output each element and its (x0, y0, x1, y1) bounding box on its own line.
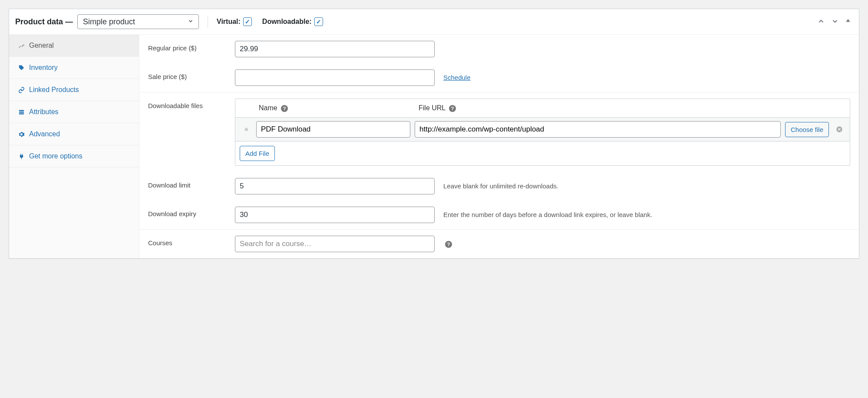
row-courses: Courses ? (139, 229, 859, 258)
sale-price-input[interactable] (235, 69, 435, 86)
courses-label: Courses (148, 236, 226, 247)
sidebar-item-linked-products[interactable]: Linked Products (9, 79, 139, 101)
wrench-icon (18, 42, 25, 49)
divider (208, 16, 208, 28)
plug-icon (18, 153, 25, 160)
row-download-expiry: Download expiry Enter the number of days… (139, 201, 859, 229)
delete-file-icon[interactable] (833, 126, 845, 133)
gear-icon (18, 131, 25, 138)
downloadable-files-label: Downloadable files (148, 99, 226, 109)
files-footer: Add File (235, 141, 850, 165)
sale-price-label: Sale price ($) (148, 69, 226, 80)
svg-rect-1 (19, 110, 23, 111)
row-sale-price: Sale price ($) Schedule (139, 63, 859, 92)
choose-file-button[interactable]: Choose file (785, 122, 829, 137)
sidebar-item-label: Linked Products (29, 86, 79, 94)
regular-price-label: Regular price ($) (148, 41, 226, 52)
svg-rect-3 (19, 113, 23, 115)
regular-price-input[interactable] (235, 41, 435, 57)
download-expiry-input[interactable] (235, 207, 435, 223)
downloadable-checkbox[interactable] (314, 17, 323, 26)
product-data-panel: Product data — Simple product Virtual: D… (9, 9, 859, 259)
virtual-option[interactable]: Virtual: (217, 17, 252, 26)
row-downloadable-files: Downloadable files Name ? File URL ? ≡ (139, 92, 859, 172)
download-expiry-help: Enter the number of days before a downlo… (443, 207, 850, 220)
virtual-label: Virtual: (217, 18, 241, 26)
sidebar-item-label: Get more options (29, 152, 83, 160)
sidebar-item-advanced[interactable]: Advanced (9, 123, 139, 145)
schedule-link[interactable]: Schedule (443, 74, 471, 81)
sidebar-item-attributes[interactable]: Attributes (9, 101, 139, 123)
download-limit-input[interactable] (235, 178, 435, 194)
download-limit-help: Leave blank for unlimited re-downloads. (443, 178, 850, 191)
link-icon (18, 86, 25, 93)
sidebar-item-label: Inventory (29, 64, 58, 72)
panel-controls (815, 16, 853, 28)
svg-marker-0 (846, 19, 850, 22)
move-down-icon[interactable] (829, 16, 841, 28)
download-expiry-label: Download expiry (148, 207, 226, 217)
help-icon[interactable]: ? (449, 105, 456, 112)
svg-rect-2 (19, 112, 23, 113)
files-header: Name ? File URL ? (235, 99, 850, 117)
download-limit-label: Download limit (148, 178, 226, 189)
sidebar-item-label: Attributes (29, 108, 59, 116)
add-file-button[interactable]: Add File (240, 146, 275, 161)
file-url-header: File URL (419, 104, 446, 112)
file-name-input[interactable] (256, 121, 410, 138)
sidebar-item-general[interactable]: General (9, 35, 139, 57)
product-type-select[interactable]: Simple product (77, 14, 199, 29)
tag-icon (18, 64, 25, 71)
sidebar-item-more-options[interactable]: Get more options (9, 145, 139, 168)
courses-search-input[interactable] (235, 236, 435, 252)
drag-handle-icon[interactable]: ≡ (240, 126, 252, 133)
sidebar-item-label: General (29, 42, 54, 49)
sidebar: General Inventory Linked Products Attrib… (9, 35, 139, 258)
panel-title: Product data — (15, 17, 73, 26)
sidebar-item-inventory[interactable]: Inventory (9, 57, 139, 79)
list-icon (18, 109, 25, 115)
content: Regular price ($) Sale price ($) Schedul… (139, 35, 859, 258)
virtual-checkbox[interactable] (243, 17, 252, 26)
help-icon[interactable]: ? (281, 105, 288, 112)
downloadable-label: Downloadable: (262, 18, 312, 26)
downloadable-option[interactable]: Downloadable: (262, 17, 323, 26)
panel-body: General Inventory Linked Products Attrib… (9, 35, 859, 258)
row-download-limit: Download limit Leave blank for unlimited… (139, 172, 859, 201)
move-up-icon[interactable] (815, 16, 827, 28)
help-icon[interactable]: ? (445, 241, 452, 248)
file-url-input[interactable] (415, 121, 781, 138)
row-regular-price: Regular price ($) (139, 35, 859, 63)
file-name-header: Name (259, 104, 277, 112)
toggle-panel-icon[interactable] (843, 16, 853, 28)
panel-header: Product data — Simple product Virtual: D… (9, 9, 859, 35)
files-box: Name ? File URL ? ≡ Choose file (235, 99, 850, 166)
file-row: ≡ Choose file (235, 117, 850, 141)
product-type-select-wrap: Simple product (77, 14, 199, 29)
product-type-options: Virtual: Downloadable: (217, 17, 323, 26)
sidebar-item-label: Advanced (29, 130, 60, 138)
